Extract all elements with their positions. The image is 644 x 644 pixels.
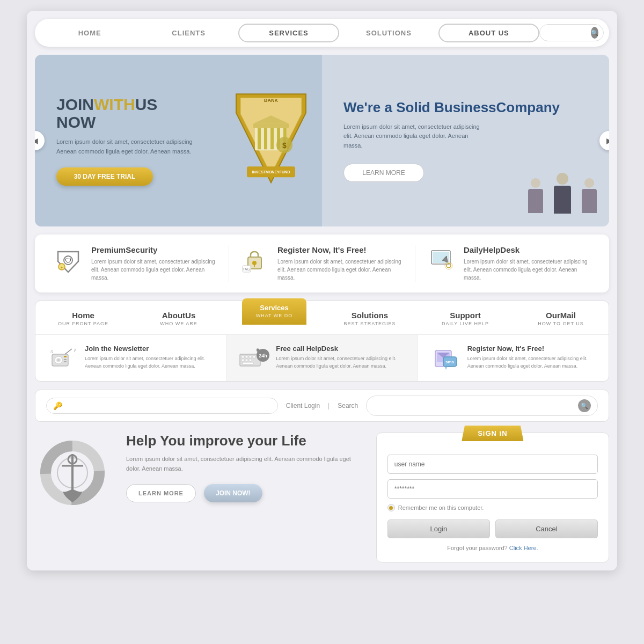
hero-left-panel: JOINWITHUSNOW Lorem ipsum dolor sit amet… [35,55,322,226]
sec-tab-ourmail[interactable]: OurMail HOW TO GET US [513,301,609,334]
secondary-nav-tabs: Home OUR FRONT PAGE AboutUs WHO WE ARE S… [35,301,609,334]
newsletter-icon: ♪ ♫ [46,345,78,371]
sec-tab-home[interactable]: Home OUR FRONT PAGE [35,301,131,334]
features-strip: ✦ 🛡 PremiumSecurity Lorem ipsum dolor si… [35,235,609,292]
nav-services[interactable]: SERVICES [238,24,339,42]
svg-text:TAG: TAG [243,267,250,271]
nav-about[interactable]: ABOUT US [438,24,539,42]
feature-helpdesk: DailyHelpDesk Lorem ipsum dolor sit amet… [415,245,601,282]
client-login-text: Client Login [286,402,320,409]
helpdesk-card-icon: 24h [237,345,269,371]
hero-left-subtitle: Lorem ipsum dolor sit amet, consectetuer… [56,137,196,156]
nav-solutions[interactable]: SOLUTIONS [339,25,438,41]
svg-rect-40 [253,356,255,358]
card-newsletter-title: Join the Newsletter [85,345,215,353]
feature-register-text: Lorem ipsum dolor sit amet, consectetuer… [277,258,404,282]
svg-rect-41 [241,359,244,361]
forgot-password-text: Forgot your password? Click Here. [387,545,598,551]
svg-rect-42 [245,359,248,361]
svg-text:$: $ [282,141,287,150]
svg-rect-4 [264,128,267,149]
remember-label: Remember me on this computer. [398,504,484,511]
svg-rect-30 [64,356,67,357]
bottom-join-button[interactable]: JOIN NOW! [204,484,262,502]
form-buttons-row: Login Cancel [387,519,598,538]
hero-right-panel: We're a Solid BusinessCompany Lorem ipsu… [322,55,609,226]
svg-rect-5 [270,128,274,149]
login-strip: 🔑 Client Login | Search 🔍 [35,390,609,422]
shield-graphic: $ INVESTMONEYFUND BANK [231,86,311,185]
nav-search-input[interactable] [545,29,591,36]
username-field-wrap [387,455,598,474]
password-input[interactable] [387,479,598,499]
navigation-bar: HOME CLIENTS SERVICES SOLUTIONS ABOUT US… [35,19,609,47]
card-helpdesk-text: Lorem ipsum dolor sit amet, consectetuer… [276,355,406,370]
search-label: Search [338,402,358,409]
content-cards-row: ♪ ♫ Join the Newsletter Lorem ipsum dolo… [35,334,609,381]
svg-rect-43 [249,359,252,361]
svg-text:BANK: BANK [264,98,278,103]
login-button[interactable]: Login [387,519,490,538]
svg-text:♪: ♪ [74,347,76,353]
search-wrap: 🔍 [366,396,598,416]
sec-tab-support[interactable]: Support DAILY LIVE HELP [418,301,513,334]
card-newsletter: ♪ ♫ Join the Newsletter Lorem ipsum dolo… [35,335,226,381]
remember-checkbox[interactable] [387,504,395,511]
bottom-learn-button[interactable]: LEARN MORE [126,484,196,502]
trial-button[interactable]: 30 DAY FREE TRIAL [56,167,153,186]
svg-rect-39 [249,356,252,358]
nav-search-bar: 🔍 [539,24,604,41]
feature-security-text: Lorem ipsum dolor sit amet, consectetuer… [91,258,218,282]
security-icon: ✦ 🛡 [54,245,83,275]
username-input[interactable] [387,455,598,474]
feature-register: TAG Register Now, It's Free! Lorem ipsum… [229,245,415,282]
anchor-graphic-area [35,433,110,516]
login-form-panel: SiGN iN Remember me on this computer. Lo… [376,433,609,562]
nav-home[interactable]: HOME [40,25,139,41]
nav-search-icon[interactable]: 🔍 [591,27,598,39]
login-divider: | [328,402,330,409]
sec-tab-services[interactable]: Services WHAT WE DO [226,301,322,334]
card-register-text: Lorem ipsum dolor sit amet, consectetuer… [467,355,598,370]
svg-text:♫: ♫ [50,349,53,354]
svg-text:INVESTMONEYFUND: INVESTMONEYFUND [252,170,290,174]
nav-clients[interactable]: CLIENTS [139,25,238,41]
bottom-heading: Help You improve your Life [126,433,360,449]
feature-security: ✦ 🛡 PremiumSecurity Lorem ipsum dolor si… [43,245,229,282]
bottom-buttons: LEARN MORE JOIN NOW! [126,484,360,502]
svg-rect-44 [243,362,253,364]
register-card-icon: sms [429,345,461,371]
card-helpdesk: 24h Free call HelpDesk Lorem ipsum dolor… [226,335,418,381]
sec-tab-solutions[interactable]: Solutions BEST STRATEGIES [322,301,418,334]
forgot-password-link[interactable]: Click Here. [509,545,538,551]
business-people-graphic [523,178,601,221]
svg-point-18 [252,261,257,265]
svg-text:24h: 24h [259,353,268,358]
svg-line-33 [65,349,72,354]
bottom-center: Help You improve your Life Lorem ipsum d… [126,433,360,502]
key-icon: 🔑 [53,401,62,410]
search-button[interactable]: 🔍 [578,399,591,412]
card-helpdesk-title: Free call HelpDesk [276,345,406,353]
hero-right-title: We're a Solid BusinessCompany [343,99,588,116]
bottom-section: Help You improve your Life Lorem ipsum d… [35,433,609,562]
active-tab-banner: Services WHAT WE DO [242,298,306,325]
search-field[interactable] [373,402,574,409]
learn-more-button[interactable]: LEARN MORE [343,164,424,182]
login-field[interactable] [67,402,271,409]
svg-rect-32 [64,361,67,362]
sec-tab-about[interactable]: AboutUs WHO WE ARE [131,301,226,334]
sign-in-badge: SiGN iN [462,426,523,441]
svg-rect-38 [245,356,248,358]
helpdesk-icon [426,245,456,275]
cancel-button[interactable]: Cancel [495,519,598,538]
svg-point-29 [57,359,60,361]
svg-rect-37 [241,356,244,358]
password-field-wrap [387,479,598,499]
feature-security-title: PremiumSecurity [91,245,218,254]
remember-row: Remember me on this computer. [387,504,598,511]
svg-rect-3 [258,128,261,149]
card-register-title: Register Now, It's Free! [467,345,598,353]
login-input-wrap: 🔑 [46,398,278,414]
feature-helpdesk-title: DailyHelpDesk [464,245,590,254]
